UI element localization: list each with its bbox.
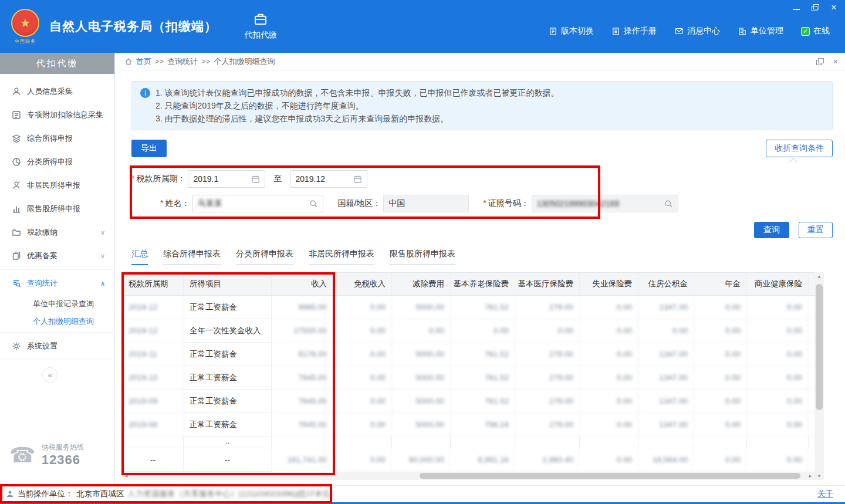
divider: [0, 332, 114, 333]
table-cell: [809, 413, 814, 437]
app-window: ★ 中国税务 自然人电子税务局（扣缴端） 代扣代缴 版本切换 操作手册: [0, 0, 845, 504]
export-button[interactable]: 导出: [131, 140, 167, 157]
table-cell: 0.00: [638, 319, 694, 343]
hotline-label: 纳税服务热线: [42, 442, 84, 452]
period-end-input[interactable]: 2019.12: [290, 170, 367, 188]
horizontal-scrollbar[interactable]: ◄ ►: [122, 472, 814, 480]
table-cell: 0.00: [392, 319, 451, 343]
nationality-input[interactable]: 中国: [383, 195, 469, 212]
sidebar-subitem-unit-declare-records[interactable]: 单位申报记录查询: [0, 295, 114, 313]
table-cell: 2019-08: [122, 413, 184, 437]
sidebar-item-system-settings[interactable]: 系统设置: [0, 334, 114, 358]
minimize-icon[interactable]: [792, 4, 800, 12]
sidebar-item-tax-payment[interactable]: 税款缴纳 ∨: [0, 221, 114, 244]
sidebar-collapse-button[interactable]: «: [42, 367, 58, 383]
vertical-scroll-thumb[interactable]: [816, 284, 823, 410]
table-cell: 761.52: [451, 390, 515, 413]
tab-withholding-module[interactable]: 代扣代缴: [244, 12, 277, 40]
notice-box: i 1. 该查询统计表仅能查询已申报成功的数据，不包含未申报、申报失败，已申报但…: [131, 81, 833, 130]
message-center-button[interactable]: 消息中心: [674, 26, 720, 36]
tab-nonresident-income[interactable]: 非居民所得申报表: [309, 249, 374, 265]
table-cell: 279.00: [515, 366, 580, 390]
table-row[interactable]: 2019-12全年一次性奖金收入27500.000.000.000.000.00…: [122, 319, 814, 343]
scroll-down-icon[interactable]: ▼: [814, 472, 824, 480]
tab-classified-income[interactable]: 分类所得申报表: [236, 249, 293, 265]
table-cell: 0.00: [747, 319, 809, 343]
sidebar-subitem-label: 个人扣缴明细查询: [33, 316, 94, 327]
tab-restricted-stock[interactable]: 限售股所得申报表: [390, 249, 455, 265]
query-button[interactable]: 查询: [754, 222, 789, 238]
sidebar-item-personnel-info[interactable]: 人员信息采集: [0, 80, 114, 103]
breadcrumb: 首页 >> 查询统计 >> 个人扣缴明细查询 ×: [115, 53, 845, 70]
table-cell: 5000.00: [392, 296, 451, 319]
calendar-icon[interactable]: [251, 175, 260, 184]
table-row[interactable]: 2019-11正常工资薪金9178.000.005000.00761.52279…: [122, 343, 814, 366]
table-cell: 279.00: [515, 390, 580, 413]
online-status[interactable]: ✓ 在线: [801, 26, 830, 36]
table-cell: 0.00: [747, 296, 809, 319]
table-cell: 0.00: [515, 319, 580, 343]
table-row[interactable]: 2019-10正常工资薪金7645.000.005000.00761.52279…: [122, 366, 814, 390]
panel-restore-icon[interactable]: [816, 58, 823, 65]
table-cell: 27500.00: [272, 319, 333, 343]
layers-icon: [12, 134, 21, 143]
calendar-icon[interactable]: [353, 175, 362, 184]
table-cell: 18,564.00: [638, 448, 694, 472]
vertical-scrollbar[interactable]: ▲ ▼: [814, 272, 824, 480]
sidebar-menu: 人员信息采集 专项附加扣除信息采集 综合所得申报 分类所得申报 非居民所得申报: [0, 74, 114, 383]
about-link[interactable]: 关于: [817, 489, 833, 499]
sidebar-item-preference-filing[interactable]: 优惠备案 ∨: [0, 244, 114, 268]
restore-icon[interactable]: [811, 4, 819, 12]
hotline-block: ☎ 纳税服务热线 12366: [9, 442, 84, 468]
logo-caption: 中国税务: [8, 38, 42, 45]
period-start-input[interactable]: 2019.1: [188, 170, 265, 188]
message-center-label: 消息中心: [687, 26, 720, 36]
sidebar-subitem-personal-withholding-detail[interactable]: 个人扣缴明细查询: [0, 313, 114, 330]
tab-summary[interactable]: 汇总: [131, 249, 148, 265]
name-input[interactable]: 马某某: [192, 195, 323, 212]
notice-line: 1. 该查询统计表仅能查询已申报成功的数据，不包含未申报、申报失败，已申报但已作…: [156, 86, 823, 99]
sidebar-item-special-deduction[interactable]: 专项附加扣除信息采集: [0, 103, 114, 127]
table-row[interactable]: 2019-08正常工资薪金7645.000.005000.00798.24279…: [122, 413, 814, 437]
person-icon: [6, 490, 14, 498]
table-cell: 279.00: [515, 413, 580, 437]
table-row-partial: ..: [122, 437, 814, 448]
table-cell: 0.00: [580, 390, 638, 413]
table-cell: 1347.00: [638, 390, 694, 413]
scroll-up-icon[interactable]: ▲: [814, 272, 824, 280]
breadcrumb-home-link[interactable]: 首页: [136, 56, 151, 67]
unit-management-button[interactable]: 单位管理: [738, 26, 783, 36]
id-number-input[interactable]: 130502199903042169: [532, 195, 678, 212]
table-row[interactable]: 2019-09正常工资薪金7645.000.005000.00761.52279…: [122, 390, 814, 413]
sidebar-item-classified-income[interactable]: 分类所得申报: [0, 150, 114, 174]
app-logo: ★ 中国税务: [8, 9, 42, 45]
sidebar-item-restricted-stock[interactable]: 限售股所得申报: [0, 197, 114, 221]
table-cell: 798.24: [451, 413, 515, 437]
horizontal-scroll-thumb[interactable]: [420, 473, 800, 479]
table-cell: [580, 437, 638, 448]
table-cell: --: [122, 448, 184, 472]
table-cell: 1347.00: [638, 296, 694, 319]
notice-line: 3. 由于数据处理的滞后性，建议您在申报成功3天之后再来查询最新的申报数据。: [156, 112, 823, 125]
collapse-query-button[interactable]: 收折查询条件: [766, 140, 833, 157]
sidebar-item-nonresident-income[interactable]: 非居民所得申报: [0, 174, 114, 197]
table-cell: 761.52: [451, 343, 515, 366]
panel-close-icon[interactable]: ×: [833, 57, 838, 66]
search-icon[interactable]: [664, 199, 673, 208]
id-number-label: 证照号码：: [483, 198, 529, 209]
scroll-right-icon[interactable]: ►: [806, 472, 814, 480]
sidebar-item-query-statistics[interactable]: 查询统计 ∧: [0, 272, 114, 295]
search-icon[interactable]: [309, 199, 318, 208]
close-icon[interactable]: ×: [830, 4, 838, 12]
reset-button[interactable]: 重置: [799, 222, 833, 238]
manual-button[interactable]: 操作手册: [611, 26, 657, 36]
tab-comprehensive-income[interactable]: 综合所得申报表: [163, 249, 221, 265]
version-switch-button[interactable]: 版本切换: [549, 26, 594, 36]
table-cell: [747, 437, 809, 448]
scroll-left-icon[interactable]: ◄: [122, 472, 130, 480]
sidebar-item-label: 分类所得申报: [27, 157, 73, 167]
table-cell: 761.52: [451, 366, 515, 390]
sidebar-item-comprehensive-income[interactable]: 综合所得申报: [0, 127, 114, 150]
table-cell: 279.00: [515, 296, 580, 319]
table-row[interactable]: 2019-12正常工资薪金9985.000.005000.00761.52279…: [122, 296, 814, 319]
